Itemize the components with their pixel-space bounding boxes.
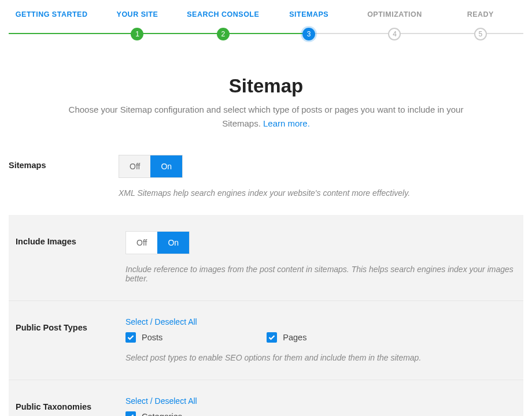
select-all-post-types[interactable]: Select / Deselect All [125,317,197,326]
checkbox-categories[interactable]: Categories [125,411,182,416]
page-title: Sitemap [9,75,523,97]
note-include-images: Include reference to images from the pos… [125,265,516,283]
step-circle: 1 [131,28,143,40]
checkbox-pages[interactable]: Pages [267,332,306,343]
step-ready[interactable]: READY 5 [438,10,523,40]
checkbox-label: Posts [142,333,162,342]
step-circle: 3 [302,28,315,40]
row-taxonomies: Public Taxonomies Select / Deselect All … [9,380,523,416]
step-search-console[interactable]: SEARCH CONSOLE 2 [180,10,266,40]
checkbox-label: Categories [142,412,182,416]
step-getting-started[interactable]: GETTING STARTED [9,10,94,40]
learn-more-link[interactable]: Learn more. [263,118,310,128]
note-post-types: Select post types to enable SEO options … [125,353,516,362]
page-description: Choose your Sitemap configuration and se… [58,103,474,131]
checkbox-label: Pages [283,333,306,342]
label-post-types: Public Post Types [16,317,125,362]
step-circle: 2 [217,28,230,40]
note-sitemaps: XML Sitemaps help search engines index y… [119,188,523,198]
checkbox-posts[interactable]: Posts [125,332,162,343]
step-circle: 4 [388,28,401,40]
check-icon [267,332,277,343]
step-label: GETTING STARTED [16,10,88,18]
toggle-sitemaps[interactable]: Off On [119,155,183,178]
step-label: SEARCH CONSOLE [187,10,259,18]
toggle-include-images-on[interactable]: On [157,232,189,254]
toggle-include-images[interactable]: Off On [125,231,190,254]
row-sitemaps: Sitemaps Off On XML Sitemaps help search… [9,155,523,215]
step-optimization[interactable]: OPTIMIZATION 4 [352,10,437,40]
step-circle: 5 [474,28,487,40]
step-your-site[interactable]: YOUR SITE 1 [94,10,180,40]
wizard-stepper: GETTING STARTED YOUR SITE 1 SEARCH CONSO… [9,10,523,40]
toggle-sitemaps-off[interactable]: Off [119,155,150,177]
step-label: OPTIMIZATION [367,10,422,18]
step-label: SITEMAPS [289,10,328,18]
step-label: READY [467,10,494,18]
toggle-include-images-off[interactable]: Off [126,232,157,254]
select-all-taxonomies[interactable]: Select / Deselect All [125,396,197,406]
step-label: YOUR SITE [117,10,158,18]
row-include-images: Include Images Off On Include reference … [9,215,523,301]
step-sitemaps[interactable]: SITEMAPS 3 [266,10,352,40]
row-post-types: Public Post Types Select / Deselect All … [9,301,523,380]
check-icon [125,411,136,416]
check-icon [125,332,136,343]
label-include-images: Include Images [16,231,125,283]
label-sitemaps: Sitemaps [9,155,119,198]
label-taxonomies: Public Taxonomies [16,396,125,416]
toggle-sitemaps-on[interactable]: On [150,155,182,177]
page-header: Sitemap Choose your Sitemap configuratio… [9,75,523,131]
